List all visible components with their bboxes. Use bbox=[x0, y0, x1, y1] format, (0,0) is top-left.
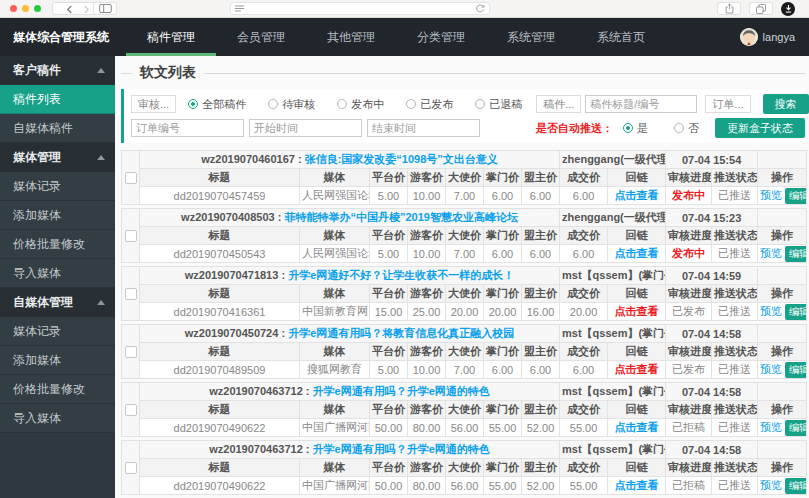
forward-icon[interactable] bbox=[83, 0, 90, 18]
sidebar-item[interactable]: 媒体记录 bbox=[0, 172, 115, 201]
browser-chrome bbox=[0, 0, 809, 18]
sidebar-item[interactable]: 导入媒体 bbox=[0, 259, 115, 288]
sidebar-item[interactable]: 价格批量修改 bbox=[0, 230, 115, 259]
wz-number: wz2019070460167 : bbox=[201, 153, 304, 165]
preview-link[interactable]: 预览 bbox=[760, 363, 782, 375]
column-header: 推送状态 bbox=[712, 401, 758, 419]
article-title-link[interactable]: 升学e网通有用吗？将教育信息化真正融入校园 bbox=[288, 327, 514, 339]
article-title-link[interactable]: 菲特能特举办“中国丹棱”2019智慧农业高峰论坛 bbox=[284, 211, 517, 223]
tabs-button[interactable] bbox=[749, 2, 773, 15]
column-header: 大使价 bbox=[446, 169, 484, 187]
column-header: 推送状态 bbox=[712, 285, 758, 303]
start-time-input[interactable] bbox=[249, 119, 362, 137]
nav-item-4[interactable]: 分类管理 bbox=[396, 18, 486, 56]
column-header: 推送状态 bbox=[712, 227, 758, 245]
sidebar-item[interactable]: 导入媒体 bbox=[0, 404, 115, 433]
edit-button[interactable]: 编辑 bbox=[785, 246, 807, 262]
preview-link[interactable]: 预览 bbox=[760, 189, 782, 201]
page-title: 软文列表 bbox=[140, 64, 196, 82]
preview-link[interactable]: 预览 bbox=[760, 479, 782, 491]
nav-item-6[interactable]: 系统首页 bbox=[576, 18, 666, 56]
row-checkbox[interactable] bbox=[125, 288, 137, 300]
edit-button[interactable]: 编辑 bbox=[785, 362, 807, 378]
article-title-link[interactable]: 升学e网通有用吗？升学e网通的特色 bbox=[313, 443, 490, 455]
media-name: 人民网强国论坛 bbox=[300, 245, 370, 263]
sidebar-item[interactable]: 媒体记录 bbox=[0, 317, 115, 346]
status-radio-5[interactable]: 已退稿 bbox=[475, 97, 522, 112]
sidebar-section-header-1[interactable]: 客户稿件 bbox=[0, 56, 115, 85]
column-header: 操作 bbox=[758, 285, 807, 303]
backlink-link[interactable]: 点击查看 bbox=[615, 189, 659, 201]
column-header: 大使价 bbox=[446, 285, 484, 303]
column-header: 成交价 bbox=[560, 401, 608, 419]
nav-item-5[interactable]: 系统管理 bbox=[486, 18, 576, 56]
article-title-link[interactable]: 升学e网通好不好？让学生收获不一样的成长！ bbox=[288, 269, 514, 281]
row-checkbox[interactable] bbox=[125, 346, 137, 358]
address-bar[interactable] bbox=[230, 2, 490, 15]
price-cell: 50.00 bbox=[370, 477, 408, 495]
reader-icon bbox=[235, 5, 244, 12]
article-title-link[interactable]: 升学e网通有用吗？升学e网通的特色 bbox=[313, 385, 490, 397]
column-header: 审核进度 bbox=[666, 169, 712, 187]
auto-push-radio-2[interactable]: 否 bbox=[674, 121, 699, 136]
backlink-link[interactable]: 点击查看 bbox=[615, 305, 659, 317]
sidebar-item[interactable]: 自媒体稿件 bbox=[0, 114, 115, 143]
column-header: 盟主价 bbox=[522, 459, 560, 477]
backlink-link[interactable]: 点击查看 bbox=[615, 479, 659, 491]
user-area[interactable]: langya bbox=[740, 18, 809, 56]
edit-button[interactable]: 编辑 bbox=[785, 478, 807, 494]
sidebar-item[interactable]: 稿件列表 bbox=[0, 85, 115, 114]
update-box-button[interactable]: 更新盒子状态 bbox=[715, 118, 805, 138]
search-button[interactable]: 搜索 bbox=[763, 94, 809, 114]
sidebar-item[interactable]: 价格批量修改 bbox=[0, 375, 115, 404]
reload-icon[interactable] bbox=[475, 4, 485, 14]
price-cell: 52.00 bbox=[522, 477, 560, 495]
row-checkbox[interactable] bbox=[125, 230, 137, 242]
review-status: 已发布 bbox=[666, 361, 712, 379]
sidebar-section-title: 媒体管理 bbox=[13, 143, 61, 172]
nav-item-3[interactable]: 其他管理 bbox=[306, 18, 396, 56]
column-header: 回链 bbox=[608, 227, 666, 245]
preview-link[interactable]: 预览 bbox=[760, 247, 782, 259]
preview-link[interactable]: 预览 bbox=[760, 421, 782, 433]
backlink-link[interactable]: 点击查看 bbox=[615, 363, 659, 375]
edit-button[interactable]: 编辑 bbox=[785, 304, 807, 320]
row-checkbox[interactable] bbox=[125, 462, 137, 474]
title-search-input[interactable] bbox=[585, 95, 697, 113]
status-radio-1[interactable]: 全部稿件 bbox=[188, 97, 246, 112]
column-header: 成交价 bbox=[560, 169, 608, 187]
order-filter-label: 订单... bbox=[705, 95, 750, 113]
close-window-button[interactable] bbox=[10, 5, 17, 12]
status-radio-3[interactable]: 发布中 bbox=[337, 97, 384, 112]
sidebar-toggle-button[interactable] bbox=[93, 2, 117, 15]
auto-push-radio-1[interactable]: 是 bbox=[623, 121, 648, 136]
end-time-input[interactable] bbox=[367, 119, 480, 137]
column-header: 成交价 bbox=[560, 343, 608, 361]
minimize-window-button[interactable] bbox=[22, 5, 29, 12]
row-checkbox[interactable] bbox=[125, 404, 137, 416]
column-header: 标题 bbox=[140, 227, 300, 245]
main-content: 软文列表 审核... 全部稿件待审核发布中已发布已退稿 稿件... 订单... … bbox=[115, 56, 809, 498]
nav-item-2[interactable]: 会员管理 bbox=[216, 18, 306, 56]
zoom-window-button[interactable] bbox=[34, 5, 41, 12]
status-radio-2[interactable]: 待审核 bbox=[268, 97, 315, 112]
share-button[interactable] bbox=[717, 2, 741, 15]
sidebar-item[interactable]: 添加媒体 bbox=[0, 201, 115, 230]
sidebar-item[interactable]: 添加媒体 bbox=[0, 346, 115, 375]
nav-item-1[interactable]: 稿件管理 bbox=[126, 18, 216, 56]
backlink-link[interactable]: 点击查看 bbox=[615, 421, 659, 433]
wz-number: wz2019070471813 : bbox=[185, 269, 288, 281]
back-icon[interactable] bbox=[66, 0, 73, 18]
sidebar-section-header-3[interactable]: 自媒体管理 bbox=[0, 288, 115, 317]
download-button[interactable] bbox=[781, 2, 795, 16]
price-cell: 50.00 bbox=[370, 419, 408, 437]
sidebar-section-header-2[interactable]: 媒体管理 bbox=[0, 143, 115, 172]
status-radio-4[interactable]: 已发布 bbox=[406, 97, 453, 112]
order-no-input[interactable] bbox=[131, 119, 244, 137]
backlink-link[interactable]: 点击查看 bbox=[615, 247, 659, 259]
row-checkbox[interactable] bbox=[125, 172, 137, 184]
preview-link[interactable]: 预览 bbox=[760, 305, 782, 317]
edit-button[interactable]: 编辑 bbox=[785, 420, 807, 436]
article-title-link[interactable]: 张信良:国家发改委“1098号”文出台意义 bbox=[305, 153, 498, 165]
edit-button[interactable]: 编辑 bbox=[785, 188, 807, 204]
